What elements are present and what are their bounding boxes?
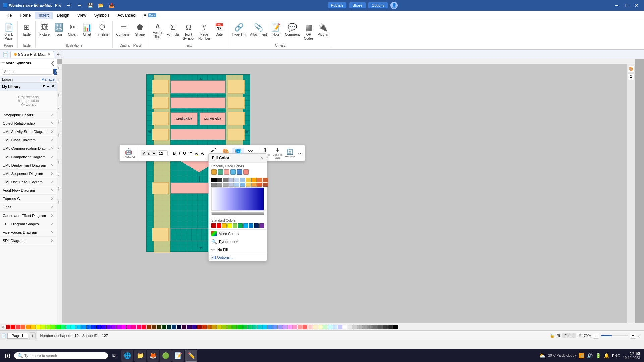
palette-color-52[interactable] xyxy=(267,325,272,329)
options-btn[interactable]: Options xyxy=(368,2,388,8)
palette-color-9[interactable] xyxy=(51,325,56,329)
palette-color-39[interactable] xyxy=(202,325,207,329)
more-toolbar-btn[interactable]: ⋯ xyxy=(297,149,304,157)
manage-label[interactable]: Manage xyxy=(41,77,55,81)
panel-item-uml-component[interactable]: UML Component Diagram ✕ xyxy=(0,153,57,161)
cs-g1[interactable] xyxy=(211,183,217,187)
replace-btn[interactable]: 🔄 Replace xyxy=(284,148,296,159)
cs-g6[interactable] xyxy=(240,183,245,187)
bold-btn[interactable]: B xyxy=(171,149,177,157)
recent-color-2[interactable] xyxy=(218,169,223,175)
panel-item-infographic[interactable]: Infographic Charts ✕ xyxy=(0,111,57,119)
palette-color-37[interactable] xyxy=(192,325,197,329)
cs-6[interactable] xyxy=(240,178,245,182)
panel-item-uml-class[interactable]: UML Class Diagram ✕ xyxy=(0,136,57,144)
underline-btn[interactable]: U xyxy=(182,149,187,157)
palette-color-31[interactable] xyxy=(162,325,166,329)
palette-color-0[interactable] xyxy=(6,325,10,329)
recent-color-6[interactable] xyxy=(243,169,249,175)
shape-row2[interactable] xyxy=(152,97,245,109)
ribbon-hyperlink[interactable]: 🔗 Hyperlink xyxy=(230,22,248,38)
palette-color-27[interactable] xyxy=(142,325,146,329)
std-color-4[interactable] xyxy=(227,223,232,228)
more-colors-option[interactable]: More Colors xyxy=(209,230,267,238)
ribbon-qr-codes[interactable]: ▦ QRCodes xyxy=(302,22,315,42)
close-uml-usecase[interactable]: ✕ xyxy=(51,180,54,184)
search-input[interactable] xyxy=(2,69,52,75)
palette-color-63[interactable] xyxy=(323,325,327,329)
zoom-in-btn[interactable]: + xyxy=(630,333,636,339)
close-uml-deploy[interactable]: ✕ xyxy=(51,163,54,168)
taskbar-time-date[interactable]: 17:50 19-10-2023 xyxy=(623,351,640,360)
palette-color-4[interactable] xyxy=(26,325,31,329)
cs-g3[interactable] xyxy=(223,183,228,187)
palette-color-25[interactable] xyxy=(131,325,136,329)
std-color-1[interactable] xyxy=(211,223,216,228)
ribbon-vector-text[interactable]: A VectorText xyxy=(151,22,164,40)
menu-file[interactable]: File xyxy=(1,12,16,19)
palette-color-43[interactable] xyxy=(222,325,227,329)
cs-g9[interactable] xyxy=(257,183,262,187)
panel-item-express-g[interactable]: Express-G ✕ xyxy=(0,195,57,203)
add-page-btn[interactable]: + xyxy=(29,332,36,339)
std-color-2[interactable] xyxy=(217,223,221,228)
palette-color-12[interactable] xyxy=(66,325,71,329)
shape-row4[interactable] xyxy=(152,129,245,140)
panel-item-cause-effect[interactable]: Cause and Effect Diagram ✕ xyxy=(0,212,57,220)
palette-color-8[interactable] xyxy=(46,325,51,329)
palette-color-11[interactable] xyxy=(61,325,66,329)
panel-item-epc[interactable]: EPC Diagram Shapes ✕ xyxy=(0,220,57,228)
menu-insert[interactable]: Insert xyxy=(35,12,53,19)
panel-item-uml-deployment[interactable]: UML Deployment Diagram ✕ xyxy=(0,161,57,170)
palette-color-13[interactable] xyxy=(71,325,76,329)
panel-item-five-forces[interactable]: Five Forces Diagram ✕ xyxy=(0,228,57,237)
task-view-btn[interactable]: ⧉ xyxy=(109,350,119,361)
palette-color-3[interactable] xyxy=(21,325,25,329)
shape-row-risks[interactable]: Credit Risk Market Risk xyxy=(152,112,245,125)
palette-color-54[interactable] xyxy=(277,325,282,329)
palette-color-33[interactable] xyxy=(172,325,176,329)
recent-color-5[interactable] xyxy=(237,169,242,175)
palette-color-36[interactable] xyxy=(187,325,192,329)
open-btn[interactable]: 📂 xyxy=(96,2,106,9)
palette-color-53[interactable] xyxy=(272,325,277,329)
ribbon-timeline[interactable]: ⏱ Timeline xyxy=(94,22,110,38)
ribbon-clipart[interactable]: ✂ Clipart xyxy=(66,22,79,38)
taskbar-app-folder[interactable]: 📁 xyxy=(134,350,146,362)
palette-color-10[interactable] xyxy=(56,325,61,329)
palette-color-41[interactable] xyxy=(212,325,217,329)
palette-color-20[interactable] xyxy=(106,325,111,329)
redo-btn[interactable]: ↪ xyxy=(75,2,84,9)
palette-color-73[interactable] xyxy=(373,325,378,329)
right-icon-2[interactable]: ⚙ xyxy=(628,73,635,80)
palette-color-69[interactable] xyxy=(353,325,358,329)
palette-color-70[interactable] xyxy=(358,325,363,329)
palette-color-7[interactable] xyxy=(41,325,46,329)
recent-color-3[interactable] xyxy=(224,169,229,175)
ribbon-attachment[interactable]: 📎 Attachment xyxy=(248,22,269,38)
canvas-area[interactable]: -220 -190 -160 -130 -100 -70 -40 -10 20 … xyxy=(57,59,644,323)
palette-color-14[interactable] xyxy=(76,325,81,329)
edraw-ai-btn[interactable]: 🤖 Edraw AI xyxy=(121,147,137,160)
recent-color-1[interactable] xyxy=(211,169,217,175)
ribbon-formula[interactable]: Σ Formula xyxy=(165,22,181,38)
collapse-my-lib-icon[interactable]: ▾ xyxy=(43,84,45,89)
collapse-panel-btn[interactable]: ❮ xyxy=(51,60,55,66)
cs-g7[interactable] xyxy=(246,183,251,187)
ribbon-table[interactable]: ⊞ Table xyxy=(20,22,33,38)
palette-color-29[interactable] xyxy=(152,325,156,329)
taskbar-app-browser[interactable]: 🦊 xyxy=(147,350,159,362)
palette-color-22[interactable] xyxy=(116,325,121,329)
menu-view[interactable]: View xyxy=(73,12,90,19)
ribbon-date[interactable]: 📅 Date xyxy=(213,22,226,38)
palette-color-60[interactable] xyxy=(308,325,312,329)
taskbar-app-chrome[interactable]: 🟢 xyxy=(160,350,172,362)
start-btn[interactable]: ⊞ xyxy=(1,350,13,362)
ribbon-plugin[interactable]: 🔌 Plug-in xyxy=(316,22,330,38)
palette-color-17[interactable] xyxy=(91,325,96,329)
close-object-rel[interactable]: ✕ xyxy=(51,121,54,126)
close-cause-effect[interactable]: ✕ xyxy=(51,213,54,218)
std-color-8[interactable] xyxy=(249,223,253,228)
eyedropper-option[interactable]: 🔍 Eyedropper xyxy=(209,238,267,246)
palette-color-15[interactable] xyxy=(81,325,86,329)
